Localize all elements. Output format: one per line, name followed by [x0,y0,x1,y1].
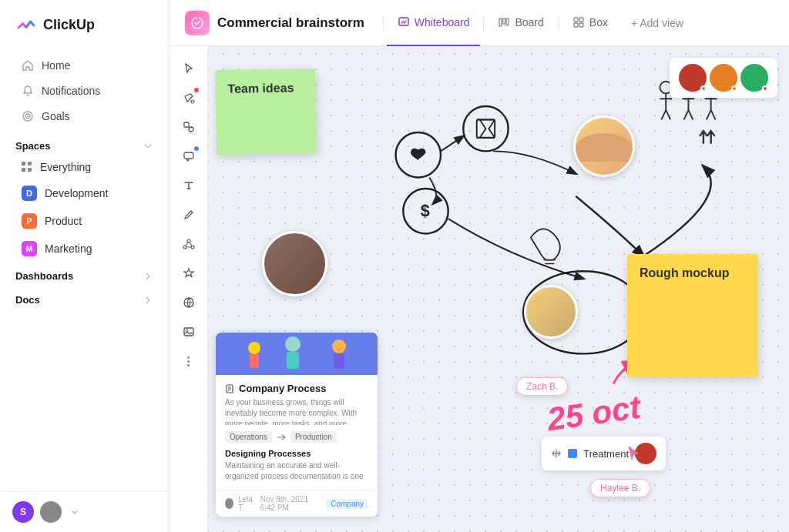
svg-rect-13 [184,122,189,127]
add-view-button[interactable]: + Add view [622,17,693,29]
svg-rect-24 [477,119,495,137]
marketing-badge: M [22,241,37,256]
svg-point-36 [332,340,346,353]
treatment-card[interactable]: Treatment [542,437,666,470]
avatar-status-dot-2 [731,85,737,92]
nav-everything[interactable]: Everything [6,156,163,179]
more-icon [187,356,190,366]
text-tool-icon [183,179,195,192]
avatars-cluster [670,58,777,98]
paint-tool[interactable] [176,85,202,111]
ai-tool-icon [183,267,195,279]
cursor-tool[interactable] [176,55,202,82]
doc-header-image [216,333,378,375]
doc-flow: Operations Production [225,431,368,443]
doc-header-svg [216,333,378,375]
svg-rect-35 [287,352,299,369]
person-photo-top [573,115,635,177]
user-chevron-icon [71,508,79,516]
whiteboard-tab-icon [398,16,410,28]
project-icon [185,11,210,35]
ai-tool[interactable] [176,260,202,286]
doc-subtitle: Designing Processes [225,449,368,458]
chevron-down-icon [143,141,153,152]
tab-board[interactable]: Board [487,0,554,46]
user-avatar-photo [40,501,62,523]
svg-point-23 [463,106,508,151]
svg-text:$: $ [421,202,430,220]
doc-description: As your business grows, things will inev… [225,397,368,425]
docs-section[interactable]: Docs [0,286,169,310]
more-tools[interactable] [176,348,202,374]
sidebar: ClickUp Home Notifications Goals Spaces … [0,0,170,532]
network-tool-icon [183,238,195,250]
document-card[interactable]: Company Process As your business grows, … [216,333,378,517]
name-tag-zach: Zach B. [516,377,568,396]
topbar: Commercial brainstorm Whiteboard Board B… [170,0,789,46]
avatar-status-dot-1 [700,85,707,92]
board-tab-icon [498,16,510,28]
tab-whiteboard[interactable]: Whiteboard [387,0,481,46]
treatment-avatar [635,443,656,464]
svg-point-12 [191,100,194,103]
app-name: ClickUp [43,17,95,33]
doc-footer-author: Lela T. [238,495,256,512]
target-icon [22,110,34,122]
tab-separator-1 [383,15,384,31]
doc-title: Company Process [225,383,368,394]
svg-rect-5 [499,18,502,26]
svg-point-21 [186,330,188,332]
dashboards-section[interactable]: Dashboards [0,263,169,286]
svg-rect-6 [503,18,505,24]
shapes-tool[interactable] [176,114,202,140]
svg-point-17 [183,246,186,249]
comment-tool-dot [194,146,199,151]
svg-point-34 [285,336,300,352]
arrow-icon [277,433,286,441]
shapes-tool-icon [183,121,195,133]
globe-tool[interactable] [176,289,202,316]
svg-point-14 [189,127,193,132]
doc-flow-from: Operations [225,431,272,443]
main-content: Commercial brainstorm Whiteboard Board B… [170,0,789,532]
comment-tool-icon [183,150,195,162]
nav-product[interactable]: P Product [6,208,163,234]
box-tab-icon [572,16,585,28]
user-avatar-initial: S [12,501,34,523]
sticky-note-rough-mockup: Rough mockup [627,254,758,377]
svg-point-16 [187,239,190,243]
nav-goals[interactable]: Goals [6,104,163,129]
svg-point-18 [191,246,194,249]
bell-icon [22,85,34,97]
treatment-label: Treatment [583,448,629,460]
everything-icon [22,162,32,172]
person-photo-man [262,231,327,296]
nav-home[interactable]: Home [6,53,163,78]
network-tool[interactable] [176,231,202,257]
doc-subdesc: Maintaining an accurate and well-organiz… [225,460,368,482]
svg-rect-9 [579,18,583,22]
svg-rect-10 [574,23,578,27]
avatar-status-dot-3 [762,85,768,92]
doc-footer: Lela T. Nov 8th, 2021 6:42 PM Company [216,490,378,517]
text-tool[interactable] [176,172,202,199]
avatar-person-1 [679,64,707,92]
svg-rect-33 [250,354,259,368]
avatar-person-3 [740,64,768,92]
nav-development[interactable]: D Development [6,180,163,206]
logo-area: ClickUp [0,0,169,49]
doc-icon [225,384,234,393]
development-badge: D [22,186,37,201]
doc-flow-to: Production [290,431,337,443]
nav-notifications[interactable]: Notifications [6,79,163,103]
comment-tool[interactable] [176,143,202,169]
tab-box[interactable]: Box [562,0,619,46]
svg-point-32 [248,342,260,354]
nav-marketing[interactable]: M Marketing [6,236,163,262]
pen-tool[interactable] [176,202,202,228]
avatar-person-2 [710,64,737,92]
sidebar-user-area[interactable]: S [0,491,169,532]
spaces-section-header[interactable]: Spaces [0,132,169,155]
image-tool[interactable] [176,319,202,345]
tab-separator-3 [558,15,559,31]
